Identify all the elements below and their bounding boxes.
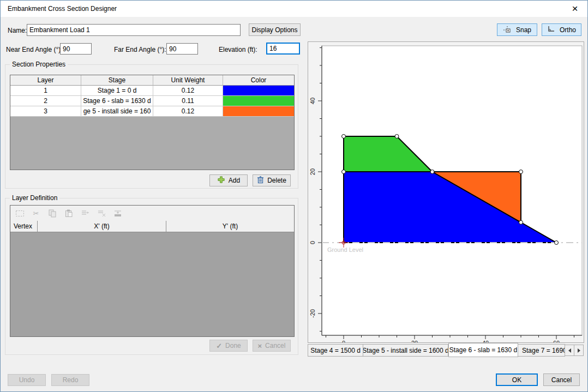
- snap-icon: [503, 25, 512, 34]
- stage-tab[interactable]: Stage 5 - install side = 1600 d: [363, 344, 448, 357]
- ok-button[interactable]: OK: [496, 373, 538, 386]
- table-header: Layer Stage Unit Weight Color: [10, 75, 294, 86]
- table-body: 1Stage 1 = 0 d0.122Stage 6 - slab = 1630…: [10, 86, 294, 117]
- stage-cell[interactable]: Stage 6 - slab = 1630 d: [81, 96, 153, 106]
- y-tick-label: -20: [309, 309, 316, 318]
- stage-tab-bar: Stage 4 = 1500 dStage 5 - install side =…: [308, 344, 586, 359]
- done-button[interactable]: ✓ Done: [209, 340, 248, 352]
- table-row[interactable]: 1Stage 1 = 0 d0.12: [10, 86, 294, 96]
- cancel-edit-button[interactable]: × Cancel: [253, 340, 291, 352]
- y-tick-label: 40: [309, 98, 316, 104]
- far-end-angle-input[interactable]: [166, 43, 198, 55]
- table-row[interactable]: 3ge 5 - install side = 1600.12: [10, 106, 294, 117]
- stage-tabs: Stage 4 = 1500 dStage 5 - install side =…: [308, 344, 565, 357]
- y-tick-label: 20: [309, 168, 316, 175]
- ortho-toggle-button[interactable]: Ortho: [542, 23, 581, 36]
- stage-tab[interactable]: Stage 7 = 1690 d: [518, 344, 565, 357]
- section-properties-table: Layer Stage Unit Weight Color 1Stage 1 =…: [10, 75, 295, 170]
- layer-cell[interactable]: 3: [10, 106, 81, 117]
- layer-cell[interactable]: 1: [10, 86, 81, 96]
- dialog-cancel-button[interactable]: Cancel: [543, 373, 580, 386]
- done-button-label: Done: [225, 342, 241, 349]
- column-header-x: X' (ft): [38, 221, 166, 232]
- layer-definition-title: Layer Definition: [10, 194, 59, 202]
- x-tick-label: 20: [411, 340, 418, 342]
- column-header-vertex: Vertex: [10, 221, 38, 232]
- cross-section-canvas[interactable]: 0204060-2002040Ground Level: [308, 41, 584, 343]
- name-input[interactable]: [27, 24, 241, 36]
- vertex-table-header: Vertex X' (ft) Y' (ft): [10, 221, 294, 232]
- far-end-angle-label: Far End Angle (°):: [114, 46, 166, 53]
- x-icon: ×: [258, 342, 262, 350]
- cross-section-plot[interactable]: 0204060-2002040Ground Level: [308, 42, 584, 342]
- color-swatch[interactable]: [223, 86, 294, 96]
- x-tick-label: 60: [553, 340, 560, 342]
- vertex-handle[interactable]: [555, 241, 559, 245]
- section-properties-title: Section Properties: [10, 61, 68, 68]
- x-tick-label: 40: [482, 340, 489, 342]
- copy-icon[interactable]: [47, 208, 57, 218]
- column-header-color: Color: [223, 75, 294, 86]
- ortho-icon: [547, 25, 555, 34]
- x-tick-label: 0: [342, 340, 345, 342]
- svg-text:✂: ✂: [33, 209, 39, 218]
- tabs-scroll-left-button[interactable]: [565, 345, 574, 356]
- color-swatch[interactable]: [223, 106, 294, 117]
- title-bar: Embankment Cross Section Designer ×: [1, 1, 587, 17]
- vertex-toolbar: ✂: [10, 206, 294, 221]
- near-end-angle-label: Near End Angle (°):: [6, 46, 63, 53]
- layer-definition-table: ✂ Vertex X' (ft) Y' (ft): [10, 205, 295, 337]
- stage-tab[interactable]: Stage 4 = 1500 d: [308, 344, 363, 357]
- delete-button-label: Delete: [267, 177, 286, 184]
- embankment-designer-dialog: Embankment Cross Section Designer × Name…: [0, 0, 588, 392]
- y-tick-label: 0: [309, 241, 316, 244]
- add-button-label: Add: [229, 177, 240, 184]
- undo-button[interactable]: Undo: [8, 374, 46, 386]
- column-header-unit-weight: Unit Weight: [153, 75, 223, 86]
- check-icon: ✓: [216, 342, 222, 350]
- snap-label: Snap: [516, 26, 531, 34]
- add-layer-button[interactable]: Add: [209, 174, 248, 186]
- stage-cell[interactable]: ge 5 - install side = 160: [81, 106, 153, 117]
- name-label: Name:: [8, 27, 27, 34]
- unit-weight-cell[interactable]: 0.12: [153, 106, 223, 117]
- insert-vertex-icon[interactable]: [80, 208, 90, 218]
- scroll-left-icon: [568, 348, 571, 353]
- layer-cell[interactable]: 2: [10, 96, 81, 106]
- vertex-handle[interactable]: [430, 170, 434, 174]
- unit-weight-cell[interactable]: 0.12: [153, 86, 223, 96]
- add-plus-icon: [217, 176, 225, 185]
- vertex-handle[interactable]: [519, 220, 523, 224]
- column-header-stage: Stage: [81, 75, 153, 86]
- scroll-right-icon: [578, 348, 580, 353]
- color-swatch[interactable]: [223, 96, 294, 106]
- vertex-handle[interactable]: [519, 170, 523, 174]
- window-title: Embankment Cross Section Designer: [8, 5, 117, 13]
- close-icon[interactable]: ×: [568, 2, 582, 16]
- delete-vertex-icon[interactable]: [97, 208, 106, 218]
- ground-level-label: Ground Level: [327, 246, 363, 253]
- tabs-scroll-right-button[interactable]: [574, 345, 584, 356]
- paste-icon[interactable]: [64, 208, 74, 218]
- display-options-button[interactable]: Display Options: [249, 23, 301, 36]
- elevation-input[interactable]: [266, 43, 300, 55]
- near-end-angle-input[interactable]: [60, 43, 92, 55]
- unit-weight-cell[interactable]: 0.11: [153, 96, 223, 106]
- add-vertex-icon[interactable]: [113, 208, 123, 218]
- cut-icon[interactable]: ✂: [31, 208, 41, 218]
- snap-toggle-button[interactable]: Snap: [497, 23, 537, 36]
- vertex-handle[interactable]: [342, 170, 346, 174]
- redo-button[interactable]: Redo: [51, 374, 89, 386]
- column-header-layer: Layer: [10, 75, 81, 86]
- cancel-edit-button-label: Cancel: [265, 342, 285, 349]
- delete-layer-button[interactable]: Delete: [253, 174, 291, 186]
- vertex-handle[interactable]: [395, 135, 399, 138]
- stage-cell[interactable]: Stage 1 = 0 d: [81, 86, 153, 96]
- trash-icon: [257, 176, 264, 185]
- select-marquee-icon[interactable]: [15, 208, 25, 218]
- column-header-y: Y' (ft): [166, 221, 294, 232]
- vertex-handle[interactable]: [342, 135, 346, 138]
- stage-tab[interactable]: Stage 6 - slab = 1630 d: [448, 343, 518, 357]
- ortho-label: Ortho: [560, 26, 576, 34]
- table-row[interactable]: 2Stage 6 - slab = 1630 d0.11: [10, 96, 294, 106]
